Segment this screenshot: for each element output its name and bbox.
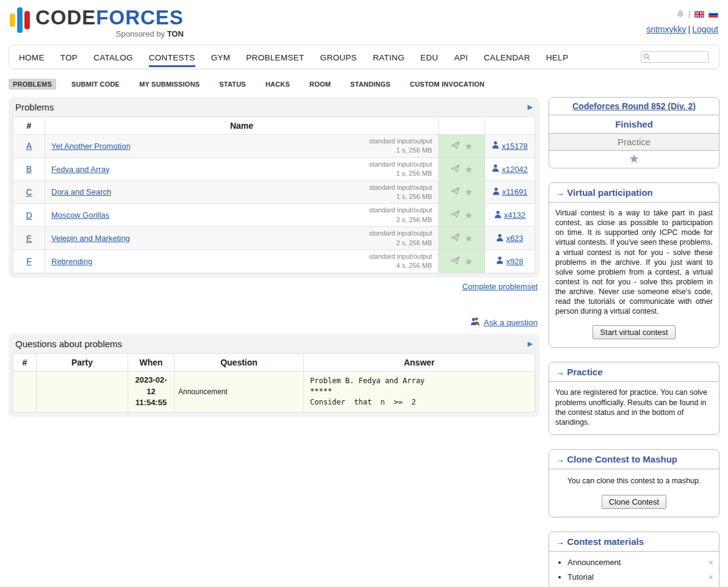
solvers-count-link[interactable]: x623: [506, 234, 523, 243]
questions-col-when: When: [128, 353, 175, 371]
nav-edu[interactable]: EDU: [420, 46, 438, 67]
favorite-star-icon[interactable]: ★: [464, 165, 472, 174]
english-flag-icon[interactable]: [694, 11, 704, 18]
problem-name-link[interactable]: Yet Another Promotion: [51, 142, 131, 151]
question-answer: Problem B. Fedya and Array ***** Conside…: [304, 371, 535, 412]
nav-api[interactable]: API: [454, 46, 468, 67]
favorite-star-icon[interactable]: ★: [464, 187, 472, 196]
contest-materials-caption: → Contest materials: [549, 532, 719, 552]
username-link[interactable]: sntmxykky: [646, 24, 686, 34]
nav-contests[interactable]: CONTESTS: [149, 46, 195, 67]
solvers-count-link[interactable]: x15178: [502, 142, 528, 151]
nav-catalog[interactable]: CATALOG: [93, 46, 133, 67]
submit-plane-icon[interactable]: [450, 186, 460, 198]
problem-letter-link[interactable]: B: [26, 164, 32, 174]
solvers-count-link[interactable]: x12042: [502, 165, 528, 174]
subnav-my-submissions[interactable]: MY SUBMISSIONS: [135, 79, 204, 90]
solvers-count-link[interactable]: x11691: [502, 187, 528, 196]
nav-top[interactable]: TOP: [60, 46, 77, 67]
material-item-tutorial: Tutorial ×: [568, 572, 719, 582]
submit-plane-icon[interactable]: [450, 256, 460, 267]
question-party: [37, 371, 128, 412]
problem-letter-link[interactable]: C: [26, 187, 32, 197]
subnav-submit-code[interactable]: SUBMIT CODE: [67, 79, 124, 90]
clone-contest-button[interactable]: Clone Contest: [602, 495, 666, 509]
problem-letter-link[interactable]: D: [26, 211, 32, 220]
solvers-count-link[interactable]: x4132: [504, 211, 525, 220]
questions-table: # Party When Question Answer 2023-02-12 …: [13, 353, 535, 413]
close-icon[interactable]: ×: [708, 558, 713, 567]
problem-name-link[interactable]: Rebrending: [51, 257, 92, 266]
virtual-participation-caption: → Virtual participation: [549, 183, 719, 203]
favorite-contest-star-icon[interactable]: ★: [629, 153, 640, 165]
sidebar: Codeforces Round 852 (Div. 2) Finished P…: [549, 97, 719, 587]
problem-row-f: F Rebrending standard input/output4 s, 2…: [13, 250, 535, 273]
nav-rating[interactable]: RATING: [373, 46, 405, 67]
subnav-problems[interactable]: PROBLEMS: [9, 79, 56, 90]
search-input[interactable]: [641, 51, 709, 63]
solvers-person-icon: [496, 234, 503, 243]
questions-caption: Questions about problems: [15, 339, 122, 349]
page: CODEFORCES Sponsored by TON |: [9, 0, 719, 587]
favorite-star-icon[interactable]: ★: [464, 142, 472, 151]
problem-name-link[interactable]: Fedya and Array: [51, 165, 109, 174]
contest-title-link[interactable]: Codeforces Round 852 (Div. 2): [572, 101, 696, 111]
submit-plane-icon[interactable]: [450, 232, 460, 244]
ask-question-icon: [470, 317, 480, 328]
search-icon: [643, 53, 651, 62]
problem-row-d: D Moscow Gorillas standard input/output2…: [13, 204, 535, 227]
close-icon[interactable]: ×: [708, 573, 713, 582]
subnav-hacks[interactable]: HACKS: [261, 79, 294, 90]
problem-row-b: B Fedya and Array standard input/output1…: [13, 157, 535, 181]
sponsored-by-label: Sponsored by TON: [35, 29, 184, 38]
ask-question-row: Ask a question: [9, 317, 538, 328]
ask-question-link[interactable]: Ask a question: [483, 318, 538, 327]
codeforces-logo[interactable]: CODEFORCES Sponsored by TON: [10, 7, 184, 38]
solvers-count-link[interactable]: x928: [506, 257, 523, 266]
nav-problemset[interactable]: PROBLEMSET: [246, 46, 304, 67]
submit-plane-icon[interactable]: [450, 164, 460, 175]
favorite-star-icon[interactable]: ★: [464, 234, 472, 243]
material-announcement-link[interactable]: Announcement: [568, 558, 621, 567]
problem-letter-link[interactable]: F: [26, 256, 32, 266]
subnav-custom-invocation[interactable]: CUSTOM INVOCATION: [406, 79, 489, 90]
material-tutorial-link[interactable]: Tutorial: [568, 572, 594, 582]
submit-plane-icon[interactable]: [450, 209, 460, 221]
notifications-bell-icon[interactable]: [677, 10, 684, 18]
logo-text-forces: FORCES: [96, 6, 184, 29]
contest-mode: Practice: [549, 134, 719, 151]
subnav-standings[interactable]: STANDINGS: [346, 79, 395, 90]
favorite-star-icon[interactable]: ★: [464, 257, 472, 266]
user-separator: |: [688, 24, 691, 34]
problem-letter-link[interactable]: E: [26, 234, 32, 243]
start-virtual-contest-button[interactable]: Start virtual contest: [593, 325, 675, 339]
problem-name-link[interactable]: Moscow Gorillas: [51, 211, 109, 220]
nav-home[interactable]: HOME: [19, 46, 45, 67]
nav-help[interactable]: HELP: [546, 46, 568, 67]
contest-info-box: Codeforces Round 852 (Div. 2) Finished P…: [549, 97, 719, 168]
subnav-status[interactable]: STATUS: [215, 79, 250, 90]
main-column: Problems ▶ # Name A: [9, 97, 539, 417]
favorite-star-icon[interactable]: ★: [464, 211, 472, 220]
contest-star-row: ★: [549, 151, 719, 168]
nav-calendar[interactable]: CALENDAR: [484, 46, 530, 67]
complete-problemset-link[interactable]: Complete problemset: [462, 282, 538, 291]
nav-gym[interactable]: GYM: [211, 46, 231, 67]
questions-collapse-arrow-icon[interactable]: ▶: [528, 340, 533, 348]
language-bar: |: [646, 9, 718, 19]
problems-box: Problems ▶ # Name A: [9, 97, 539, 278]
submit-plane-icon[interactable]: [450, 140, 460, 152]
problem-name-link[interactable]: Dora and Search: [51, 187, 111, 196]
contest-materials-list: Announcement × Tutorial ×: [549, 558, 719, 582]
nav-groups[interactable]: GROUPS: [320, 46, 357, 67]
subnav-room[interactable]: ROOM: [305, 79, 335, 90]
problem-letter-link[interactable]: A: [26, 141, 32, 151]
russian-flag-icon[interactable]: [708, 11, 718, 18]
logout-link[interactable]: Logout: [692, 24, 718, 34]
header-right: |: [646, 7, 718, 34]
solvers-person-icon: [496, 256, 503, 266]
problems-caption: Problems: [15, 102, 54, 112]
problems-collapse-arrow-icon[interactable]: ▶: [528, 103, 533, 111]
problem-name-link[interactable]: Velepin and Marketing: [51, 234, 130, 243]
problem-limits: standard input/output1 s, 256 MB: [369, 137, 432, 156]
